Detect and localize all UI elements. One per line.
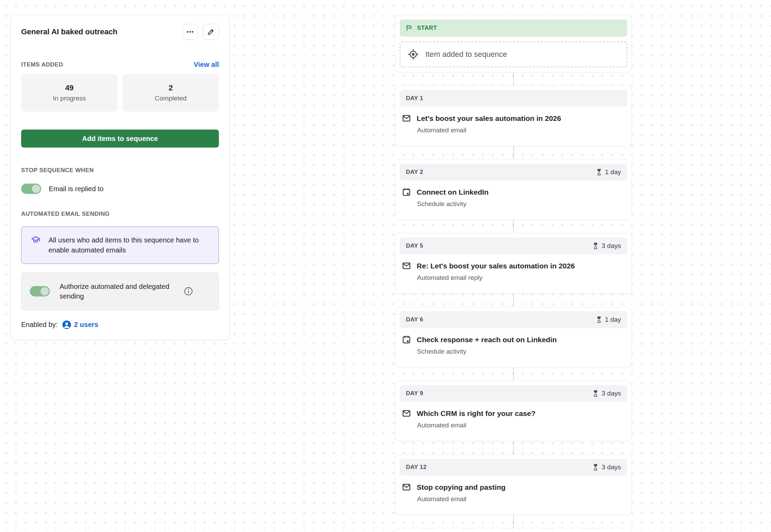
email-replied-label: Email is replied to: [49, 185, 104, 193]
step-day-label: DAY 6: [406, 316, 423, 323]
step-wait-text: 1 day: [605, 168, 621, 176]
authorize-sending-toggle[interactable]: [30, 286, 50, 296]
add-items-button[interactable]: Add items to sequence: [21, 130, 219, 148]
step-day-label: DAY 9: [406, 390, 423, 397]
completed-label: Completed: [155, 95, 187, 102]
step-wait-text: 3 days: [602, 242, 621, 250]
hourglass-icon: [593, 390, 599, 397]
step-header: DAY 1: [400, 90, 627, 107]
sequence-flow: START Item added to sequence DAY 1: [395, 15, 632, 532]
info-button[interactable]: [184, 286, 193, 296]
step-wait-badge: 3 days: [593, 390, 621, 397]
hourglass-icon: [593, 242, 599, 250]
info-icon: [184, 286, 193, 296]
step-wait-badge: 3 days: [593, 242, 621, 250]
trigger-box[interactable]: Item added to sequence: [400, 42, 627, 67]
email-icon: [402, 114, 411, 123]
sequence-step-card[interactable]: DAY 12 3 days Stop cop: [395, 454, 632, 515]
step-body: Stop copying and pasting Automated email: [400, 476, 627, 503]
authorize-box: Authorize automated and delegated sendin…: [21, 272, 219, 310]
view-all-link[interactable]: View all: [194, 61, 219, 69]
step-subtitle: Automated email: [417, 126, 622, 134]
user-icon: [62, 320, 71, 329]
calendar-icon: [402, 335, 411, 344]
automated-email-note: All users who add items to this sequence…: [21, 227, 219, 264]
step-wait-text: 1 day: [605, 316, 621, 323]
step-body: Re: Let's boost your sales automation in…: [400, 254, 627, 282]
step-title: Stop copying and pasting: [417, 483, 506, 491]
step-body: Which CRM is right for your case? Automa…: [400, 402, 627, 429]
step-body: Let's boost your sales automation in 202…: [400, 107, 627, 134]
step-wait-badge: 1 day: [596, 168, 621, 176]
graduation-cap-icon: [30, 235, 41, 246]
step-header: DAY 6 1 day: [400, 311, 627, 328]
flag-icon: [405, 24, 413, 32]
stop-sequence-label: STOP SEQUENCE WHEN: [21, 167, 219, 174]
step-day-label: DAY 2: [406, 169, 423, 176]
sequence-step-card[interactable]: DAY 1 Let's boost you: [395, 86, 632, 146]
email-icon: [402, 409, 411, 418]
automated-sending-label: AUTOMATED EMAIL SENDING: [21, 211, 219, 218]
start-node-card: START Item added to sequence: [395, 15, 632, 72]
sequence-step-card[interactable]: DAY 5 3 days Re: Let's: [395, 233, 632, 294]
step-title: Let's boost your sales automation in 202…: [417, 114, 561, 123]
step-body: Check response + reach out on Linkedin S…: [400, 328, 627, 355]
in-progress-stat: 49 In progress: [21, 74, 118, 112]
ellipsis-icon: [186, 28, 194, 36]
hourglass-icon: [596, 168, 602, 176]
email-icon: [402, 261, 411, 271]
users-count-link[interactable]: 2 users: [74, 321, 98, 329]
calendar-icon: [402, 187, 411, 197]
step-body: Connect on LinkedIn Schedule activity: [400, 180, 627, 208]
sequence-step-card[interactable]: DAY 6 1 day Check resp: [395, 307, 632, 367]
in-progress-label: In progress: [53, 95, 86, 102]
completed-count: 2: [169, 83, 173, 92]
step-day-label: DAY 5: [406, 242, 423, 249]
step-subtitle: Automated email: [417, 422, 622, 429]
step-header: DAY 9 3 days: [400, 385, 627, 402]
email-replied-toggle[interactable]: [21, 184, 41, 194]
step-header: DAY 2 1 day: [400, 164, 627, 180]
step-title: Re: Let's boost your sales automation in…: [417, 262, 575, 270]
note-text: All users who add items to this sequence…: [48, 235, 208, 255]
enabled-by-label: Enabled by:: [21, 321, 58, 329]
step-wait-text: 3 days: [602, 463, 621, 471]
step-subtitle: Schedule activity: [417, 200, 622, 208]
step-wait-text: 3 days: [602, 390, 621, 397]
step-header: DAY 5 3 days: [400, 238, 627, 254]
items-added-label: ITEMS ADDED: [21, 61, 63, 68]
hourglass-icon: [596, 316, 602, 323]
next-step-card-partial: [395, 528, 632, 532]
pencil-icon: [207, 28, 215, 36]
step-wait-badge: 1 day: [596, 316, 621, 323]
step-day-label: DAY 1: [406, 95, 423, 102]
target-icon: [407, 48, 419, 60]
sequence-step-card[interactable]: DAY 9 3 days Which CRM: [395, 381, 632, 441]
step-wait-badge: 3 days: [593, 463, 621, 471]
start-label: START: [417, 25, 437, 32]
sequence-step-card[interactable]: DAY 2 1 day Connect on: [395, 159, 632, 220]
step-header: DAY 12 3 days: [400, 459, 627, 476]
step-title: Connect on LinkedIn: [417, 188, 489, 196]
sequence-title: General AI baked outreach: [21, 27, 117, 36]
step-day-label: DAY 12: [406, 464, 426, 471]
more-options-button[interactable]: [182, 24, 198, 40]
completed-stat: 2 Completed: [123, 74, 219, 112]
edit-button[interactable]: [203, 24, 219, 40]
enabled-users-link[interactable]: 2 users: [62, 320, 98, 329]
email-icon: [402, 482, 411, 492]
trigger-label: Item added to sequence: [425, 50, 507, 59]
step-subtitle: Schedule activity: [417, 348, 622, 355]
hourglass-icon: [593, 463, 599, 471]
step-subtitle: Automated email reply: [417, 274, 622, 282]
authorize-label: Authorize automated and delegated sendin…: [60, 282, 174, 301]
step-title: Check response + reach out on Linkedin: [417, 336, 557, 344]
in-progress-count: 49: [65, 83, 73, 92]
step-title: Which CRM is right for your case?: [417, 409, 535, 418]
sequence-settings-panel: General AI baked outreach ITEMS ADDED Vi…: [10, 15, 230, 340]
start-banner: START: [400, 19, 627, 37]
step-subtitle: Automated email: [417, 495, 622, 503]
